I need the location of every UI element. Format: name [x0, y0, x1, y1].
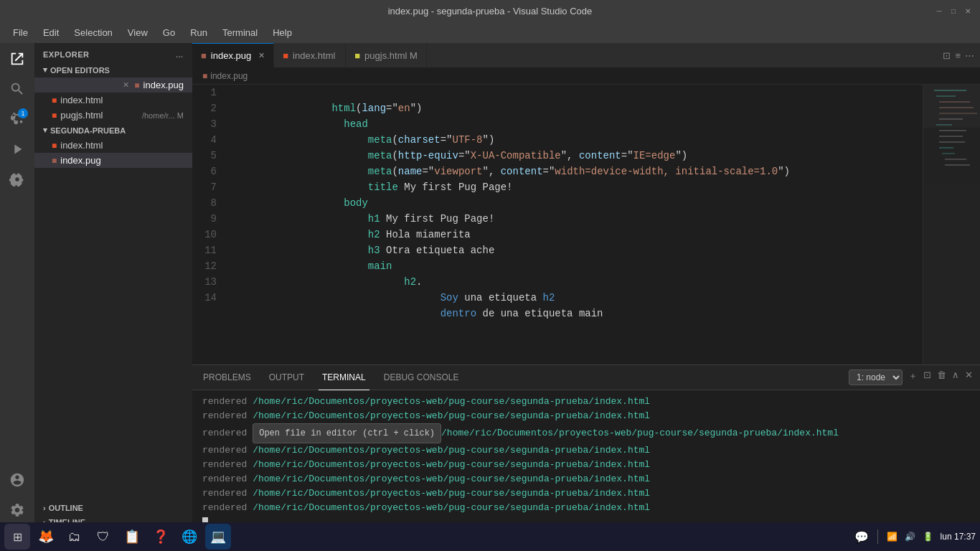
tab-debug-console[interactable]: DEBUG CONSOLE: [380, 365, 463, 390]
taskbar-right: 💬 📶 🔊 🔋 lun 17:37: [854, 529, 976, 544]
html-tab-icon: ■: [283, 50, 288, 61]
code-content[interactable]: html(lang="en") head meta(charset="UTF-8…: [228, 85, 923, 364]
menu-file[interactable]: File: [7, 24, 34, 41]
pug-tab-icon: ■: [201, 50, 207, 61]
tab-html-label: index.html: [293, 50, 335, 61]
skype-icon[interactable]: 💬: [854, 530, 869, 544]
extensions-icon[interactable]: [5, 167, 29, 192]
outline-label: OUTLINE: [49, 504, 83, 512]
settings-icon[interactable]: [5, 498, 29, 522]
network-icon[interactable]: 📶: [887, 532, 897, 542]
tab-close-icon[interactable]: ✕: [258, 51, 265, 60]
maximize-button[interactable]: □: [948, 6, 958, 16]
menu-selection[interactable]: Selection: [68, 24, 118, 41]
taskbar-vscode[interactable]: 💻: [205, 524, 231, 550]
taskbar-help[interactable]: ❓: [148, 524, 174, 550]
tabs-bar: ■ index.pug ✕ ■ index.html ■ pugjs.html …: [192, 43, 980, 68]
segunda-prueba-label: SEGUNDA-PRUEBA: [50, 126, 126, 135]
sidebar-header-icons: …: [176, 50, 184, 59]
split-editor-icon[interactable]: ⊡: [943, 50, 951, 61]
js-tab-icon: ■: [354, 50, 360, 61]
terminal-line-5: rendered /home/ric/Documentos/proyectos-…: [202, 458, 970, 472]
terminal-line-4: rendered /home/ric/Documentos/proyectos-…: [202, 443, 970, 458]
tab-pug-label: index.pug: [211, 50, 251, 61]
tab-pugjs-html[interactable]: ■ pugjs.html M: [346, 43, 427, 68]
run-icon[interactable]: [5, 137, 29, 161]
window-controls: ─ □ ✕: [934, 6, 973, 16]
volume-icon[interactable]: 🔊: [905, 532, 915, 542]
menu-go[interactable]: Go: [157, 24, 181, 41]
open-editors-section[interactable]: ▾ OPEN EDITORS: [34, 62, 192, 77]
sidebar-html-name: index.html: [60, 140, 103, 151]
taskbar: ⊞ 🦊 🗂 🛡 📋 ❓ 🌐 💻 💬 📶 🔊 🔋 lun 17:37: [0, 522, 980, 551]
tab-index-html[interactable]: ■ index.html: [274, 43, 346, 68]
sidebar-index-pug[interactable]: ■ index.pug: [34, 153, 192, 168]
account-icon[interactable]: [5, 468, 29, 492]
panel-tab-icons: 1: node ＋ ⊡ 🗑 ∧ ✕: [849, 369, 973, 385]
open-editor-pugjs-filename: pugjs.html: [60, 110, 103, 121]
pug-icon: ■: [52, 156, 57, 166]
tab-actions: ⊡ ≡ ⋯: [937, 50, 980, 61]
chevron-icon2: ▾: [43, 126, 47, 135]
minimap: [923, 85, 980, 364]
close-icon[interactable]: ✕: [121, 80, 131, 90]
activity-bar-bottom: [5, 468, 29, 529]
html-file-icon2: ■: [52, 110, 57, 121]
explorer-icon[interactable]: [5, 47, 29, 71]
menu-terminal[interactable]: Terminal: [217, 24, 263, 41]
tab-terminal[interactable]: TERMINAL: [319, 365, 369, 390]
terminal-line-3: rendered Open file in editor (ctrl + cli…: [202, 423, 970, 443]
new-terminal-icon[interactable]: ＋: [908, 369, 918, 385]
tab-problems[interactable]: PROBLEMS: [199, 365, 255, 390]
terminal-line-8: rendered /home/ric/Documentos/proyectos-…: [202, 501, 970, 515]
close-button[interactable]: ✕: [963, 6, 973, 16]
source-control-icon[interactable]: 1: [5, 107, 29, 131]
taskbar-clock[interactable]: lun 17:37: [941, 532, 976, 542]
html-file-icon: ■: [52, 95, 57, 105]
open-editor-pugjs[interactable]: ■ pugjs.html /home/r... M: [34, 108, 192, 123]
pug-file-icon: ■: [134, 80, 139, 90]
menu-run[interactable]: Run: [184, 24, 213, 41]
minimize-button[interactable]: ─: [934, 6, 944, 16]
explorer-label: EXPLORER: [43, 50, 90, 59]
source-control-badge: 1: [18, 108, 28, 118]
terminal-line-6: rendered /home/ric/Documentos/proyectos-…: [202, 472, 970, 486]
open-editor-index-pug[interactable]: ✕ ■ index.pug: [34, 77, 192, 93]
search-icon[interactable]: [5, 77, 29, 101]
menu-view[interactable]: View: [122, 24, 154, 41]
breadcrumb: ■ index.pug: [192, 68, 980, 85]
open-editor-index-html[interactable]: ■ index.html: [34, 93, 192, 108]
taskbar-clipboard[interactable]: 📋: [119, 524, 145, 550]
battery-icon[interactable]: 🔋: [923, 532, 933, 542]
split-terminal-icon[interactable]: ⊡: [923, 369, 931, 385]
minimap-content: [923, 85, 980, 364]
taskbar-firefox[interactable]: 🦊: [33, 524, 59, 550]
tab-index-pug[interactable]: ■ index.pug ✕: [192, 43, 274, 68]
code-line-1: html(lang="en"): [235, 85, 915, 100]
taskbar-chrome[interactable]: 🌐: [176, 524, 202, 550]
segunda-prueba-section[interactable]: ▾ SEGUNDA-PRUEBA: [34, 123, 192, 138]
tab-output[interactable]: OUTPUT: [265, 365, 308, 390]
start-button[interactable]: ⊞: [4, 524, 30, 550]
outline-section[interactable]: › OUTLINE: [34, 501, 192, 515]
terminal-select[interactable]: 1: node: [849, 369, 903, 385]
code-editor[interactable]: 12345 678910 11121314 html(lang="en") he…: [192, 85, 923, 364]
divider: [877, 529, 878, 544]
menu-help[interactable]: Help: [267, 24, 298, 41]
terminal-line-1: rendered /home/ric/Documentos/proyectos-…: [202, 395, 970, 409]
close-panel-icon[interactable]: ✕: [965, 369, 973, 385]
menu-edit[interactable]: Edit: [37, 24, 65, 41]
taskbar-files[interactable]: 🗂: [62, 524, 88, 550]
more-actions-icon[interactable]: ≡: [955, 50, 961, 61]
sidebar-index-html[interactable]: ■ index.html: [34, 138, 192, 153]
chevron-up-icon[interactable]: ∧: [952, 369, 959, 385]
panel: PROBLEMS OUTPUT TERMINAL DEBUG CONSOLE 1…: [192, 364, 980, 529]
taskbar-shield[interactable]: 🛡: [90, 524, 116, 550]
window-title: index.pug - segunda-prueba - Visual Stud…: [388, 6, 593, 17]
main-layout: 1 EXPLORER … ▾ OPEN EDITORS: [0, 43, 980, 529]
new-file-icon[interactable]: …: [176, 50, 184, 59]
trash-icon[interactable]: 🗑: [937, 369, 946, 385]
tooltip-box: Open file in editor (ctrl + click): [253, 423, 441, 443]
line-numbers: 12345 678910 11121314: [192, 85, 228, 364]
more-tabs-icon[interactable]: ⋯: [965, 50, 974, 61]
